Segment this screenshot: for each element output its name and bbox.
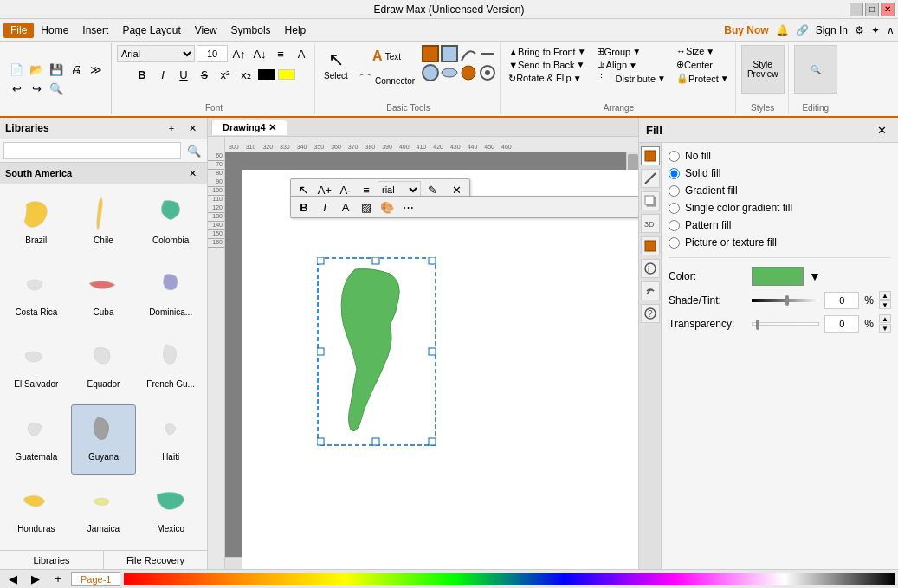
send-back-dropdown[interactable]: ▼ — [576, 60, 585, 69]
transparency-value-input[interactable] — [824, 315, 859, 333]
scroll-right-btn[interactable]: ▶ — [26, 571, 45, 588]
fill-radio-none[interactable] — [669, 151, 680, 162]
libraries-close-btn[interactable]: ✕ — [183, 120, 202, 137]
color-palette-strip[interactable] — [124, 573, 895, 585]
bring-front-dropdown[interactable]: ▼ — [578, 47, 586, 56]
font-size-up[interactable]: A↑ — [229, 45, 249, 62]
group-btn[interactable]: ⊞ Group ▼ — [594, 45, 669, 58]
color-a-btn[interactable]: A — [292, 45, 311, 62]
page-tab[interactable]: Page-1 — [71, 572, 120, 586]
select-btn[interactable]: ↖ Select — [320, 45, 352, 94]
minimize-btn[interactable]: — — [850, 3, 863, 16]
arc-shape-btn[interactable] — [460, 45, 477, 62]
ft2-italic[interactable]: I — [315, 198, 334, 216]
open-btn[interactable]: 📂 — [27, 61, 46, 78]
transparency-slider[interactable] — [752, 322, 819, 326]
close-btn[interactable]: ✕ — [881, 3, 895, 16]
size-btn[interactable]: ↔ Size ▼ — [674, 45, 732, 57]
rotate-flip-btn[interactable]: ↻ Rotate & Flip ▼ — [506, 72, 588, 85]
library-item-frenchgu[interactable]: French Gu... — [138, 332, 204, 402]
libraries-add-btn[interactable]: + — [162, 120, 181, 137]
add-page-btn[interactable]: + — [48, 571, 68, 588]
transparency-slider-thumb[interactable] — [756, 320, 759, 330]
rect2-shape-btn[interactable] — [441, 45, 458, 62]
fill-color-swatch[interactable] — [752, 267, 804, 286]
fill-radio-picture[interactable] — [669, 237, 680, 249]
center-btn[interactable]: ⊕ Center — [674, 58, 732, 71]
italic-btn[interactable]: I — [153, 66, 172, 83]
bold-btn[interactable]: B — [132, 66, 152, 83]
library-item-colombia[interactable]: Colombia — [138, 188, 204, 258]
library-search-input[interactable] — [3, 142, 181, 159]
library-item-costarica[interactable]: Costa Rica — [3, 260, 69, 330]
size-dropdown[interactable]: ▼ — [706, 47, 714, 56]
apps-icon[interactable]: ✦ — [871, 24, 880, 36]
styles-btn[interactable]: StylePreview — [741, 45, 785, 94]
fill-radio-gradient[interactable] — [669, 185, 680, 197]
fill-icon-help[interactable]: ? — [641, 304, 660, 323]
save-btn[interactable]: 💾 — [47, 61, 66, 78]
collapse-icon[interactable]: ∧ — [887, 24, 895, 36]
distribute-btn[interactable]: ⋮⋮ Distribute ▼ — [594, 72, 669, 85]
rect-shape-btn[interactable] — [422, 45, 439, 62]
guyana-shape-container[interactable] — [320, 261, 433, 443]
subscript-btn[interactable]: x₂ — [236, 66, 255, 83]
fill-color-dropdown[interactable]: ▼ — [809, 269, 821, 283]
shade-spin-down[interactable]: ▼ — [879, 300, 891, 309]
libraries-tab[interactable]: Libraries — [0, 551, 104, 569]
circle-shape-btn[interactable] — [422, 64, 439, 81]
buy-now-link[interactable]: Buy Now — [724, 24, 768, 36]
bring-front-btn[interactable]: ▲ Bring to Front ▼ — [506, 46, 588, 58]
ft2-more[interactable]: ⋯ — [398, 198, 417, 216]
font-color-swatch[interactable] — [258, 69, 275, 80]
zoom-btn[interactable]: 🔍 — [47, 80, 66, 97]
menu-pagelayout[interactable]: Page Layout — [115, 23, 187, 38]
library-item-guatemala[interactable]: Guatemala — [3, 404, 69, 475]
protect-dropdown[interactable]: ▼ — [720, 74, 729, 83]
library-item-dominica[interactable]: Dominica... — [138, 260, 204, 330]
protect-btn[interactable]: 🔒 Protect ▼ — [674, 72, 732, 85]
shade-slider-thumb[interactable] — [785, 295, 789, 306]
library-item-chile[interactable]: Chile — [71, 188, 137, 258]
library-item-haiti[interactable]: Haiti — [138, 404, 204, 475]
fill-radio-solid[interactable] — [669, 168, 680, 179]
group-dropdown[interactable]: ▼ — [632, 47, 641, 56]
align-btn[interactable]: ⫡ Align ▼ — [594, 59, 669, 71]
fill-icon-color2[interactable] — [641, 236, 660, 255]
menu-home[interactable]: Home — [34, 23, 75, 38]
fill-icon-link[interactable] — [641, 281, 660, 300]
fill-radio-pattern[interactable] — [669, 220, 680, 231]
scroll-left-btn[interactable]: ◀ — [3, 571, 23, 588]
fill-icon-shape-props[interactable]: i — [641, 259, 660, 278]
shade-value-input[interactable] — [824, 292, 859, 309]
distribute-dropdown[interactable]: ▼ — [657, 74, 666, 83]
maximize-btn[interactable]: □ — [865, 3, 879, 16]
superscript-btn[interactable]: x² — [216, 66, 235, 83]
library-item-honduras[interactable]: Honduras — [3, 476, 69, 546]
font-size-input[interactable] — [197, 45, 228, 62]
file-recovery-tab[interactable]: File Recovery — [104, 551, 207, 569]
highlight-swatch[interactable] — [278, 69, 295, 80]
align-dropdown[interactable]: ▼ — [629, 61, 637, 70]
editing-btn[interactable]: 🔍 — [794, 45, 837, 94]
library-item-brazil[interactable]: Brazil — [3, 188, 69, 258]
shade-spin-up[interactable]: ▲ — [879, 291, 891, 300]
fill-icon-fill[interactable] — [641, 146, 660, 165]
menu-insert[interactable]: Insert — [75, 23, 115, 38]
print-btn[interactable]: 🖨 — [67, 61, 86, 78]
shade-tint-slider[interactable] — [752, 299, 819, 302]
font-select[interactable]: Arial — [117, 45, 195, 62]
more-btn[interactable]: ≫ — [87, 61, 106, 78]
library-item-elsalvador[interactable]: El Salvador — [3, 332, 69, 402]
library-category-close-btn[interactable]: ✕ — [183, 165, 202, 182]
line-shape-btn[interactable] — [479, 45, 496, 62]
ft2-color[interactable]: A — [336, 198, 355, 216]
circle2-shape-btn[interactable] — [460, 64, 477, 81]
strikethrough-btn[interactable]: S̶ — [195, 66, 214, 83]
transparency-spin-down[interactable]: ▼ — [879, 324, 891, 333]
library-search-btn[interactable]: 🔍 — [184, 142, 204, 159]
library-item-jamaica[interactable]: Jamaica — [71, 476, 137, 546]
redo-btn[interactable]: ↪ — [27, 80, 46, 97]
fill-icon-3d[interactable]: 3D — [641, 214, 660, 233]
connector-btn[interactable]: ⌒ Connector — [355, 69, 418, 92]
